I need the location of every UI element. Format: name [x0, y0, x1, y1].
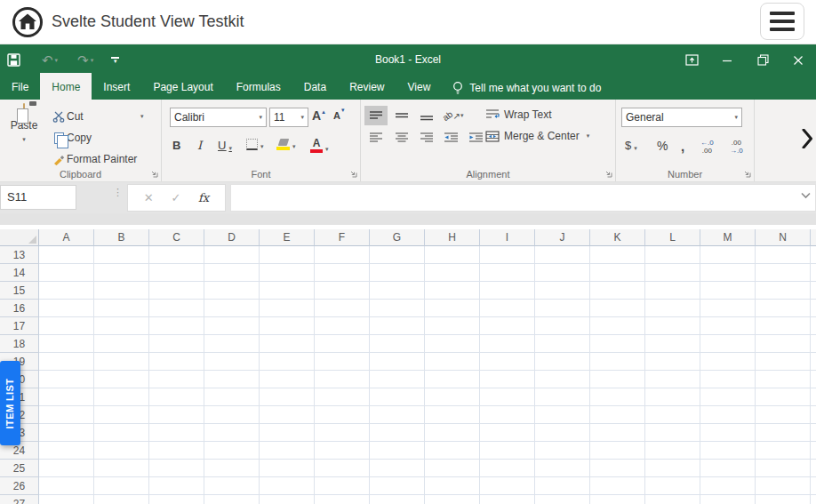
tab-formulas[interactable]: Formulas [225, 76, 292, 100]
cell-partial-18[interactable] [811, 335, 816, 353]
cell-H19[interactable] [425, 353, 480, 371]
cell-I27[interactable] [480, 495, 535, 504]
item-list-tab[interactable]: ITEM LIST [0, 361, 20, 445]
cell-F16[interactable] [315, 300, 370, 317]
cell-N22[interactable] [756, 406, 811, 424]
cell-L22[interactable] [645, 406, 700, 424]
increase-font-size-button[interactable]: A ▴ [312, 108, 324, 123]
cell-partial-15[interactable] [811, 282, 816, 300]
cell-J17[interactable] [535, 317, 590, 335]
cell-partial-24[interactable] [811, 442, 816, 460]
cell-K13[interactable] [590, 246, 645, 264]
cell-I18[interactable] [480, 335, 535, 353]
cell-partial-17[interactable] [811, 317, 816, 335]
cell-M21[interactable] [700, 388, 756, 406]
cell-F19[interactable] [315, 353, 370, 371]
insert-function-button[interactable]: fx [198, 191, 209, 204]
column-header-M[interactable]: M [700, 229, 756, 246]
cell-M20[interactable] [700, 371, 756, 388]
cell-E23[interactable] [260, 424, 315, 442]
cell-M23[interactable] [700, 424, 756, 442]
cell-C24[interactable] [149, 442, 204, 460]
row-header-13[interactable]: 13 [0, 246, 39, 264]
cell-H26[interactable] [425, 477, 480, 495]
cell-L19[interactable] [645, 353, 700, 371]
tab-file[interactable]: File [0, 76, 40, 100]
cell-N25[interactable] [756, 460, 811, 477]
cell-I20[interactable] [480, 371, 535, 388]
format-painter-button[interactable]: Format Painter [51, 148, 137, 170]
number-dialog-launcher[interactable] [743, 170, 751, 178]
cell-C23[interactable] [149, 424, 204, 442]
cell-F26[interactable] [315, 477, 370, 495]
increase-indent-button[interactable] [464, 127, 487, 147]
increase-decimal-button[interactable]: ←.0 .00 [700, 139, 714, 155]
cell-L15[interactable] [645, 282, 700, 300]
column-header-L[interactable]: L [645, 229, 700, 246]
cell-L24[interactable] [645, 442, 700, 460]
tab-insert[interactable]: Insert [92, 76, 141, 100]
cell-B18[interactable] [94, 335, 149, 353]
cell-K15[interactable] [590, 282, 645, 300]
ribbon-display-options-button[interactable] [674, 44, 709, 76]
cell-K16[interactable] [590, 300, 645, 317]
number-format-select[interactable]: General ▾ [621, 108, 742, 127]
cell-N24[interactable] [756, 442, 811, 460]
cell-G22[interactable] [370, 406, 425, 424]
cell-K17[interactable] [590, 317, 645, 335]
align-center-button[interactable] [390, 127, 413, 147]
cell-K23[interactable] [590, 424, 645, 442]
cell-M18[interactable] [700, 335, 756, 353]
fill-color-dropdown-icon[interactable]: ▾ [292, 143, 296, 150]
cell-A21[interactable] [39, 388, 94, 406]
cell-L16[interactable] [645, 300, 700, 317]
cell-M13[interactable] [700, 246, 756, 264]
column-header-C[interactable]: C [149, 229, 204, 246]
cell-I19[interactable] [480, 353, 535, 371]
home-button[interactable] [12, 6, 44, 38]
cell-I17[interactable] [480, 317, 535, 335]
column-header-F[interactable]: F [315, 229, 370, 246]
cell-J20[interactable] [535, 371, 590, 388]
cell-I22[interactable] [480, 406, 535, 424]
cell-B27[interactable] [94, 495, 149, 504]
column-header-N[interactable]: N [756, 229, 811, 246]
cell-J25[interactable] [535, 460, 590, 477]
align-left-button[interactable] [364, 127, 388, 147]
cell-D14[interactable] [204, 264, 260, 282]
cell-D24[interactable] [204, 442, 260, 460]
cell-I26[interactable] [480, 477, 535, 495]
tab-page-layout[interactable]: Page Layout [141, 76, 224, 100]
cell-B14[interactable] [94, 264, 149, 282]
cell-C16[interactable] [149, 300, 204, 317]
cell-D19[interactable] [204, 353, 260, 371]
cell-N20[interactable] [756, 371, 811, 388]
cell-I25[interactable] [480, 460, 535, 477]
cell-H25[interactable] [425, 460, 480, 477]
cell-N21[interactable] [756, 388, 811, 406]
cell-A22[interactable] [39, 406, 94, 424]
cell-D21[interactable] [204, 388, 260, 406]
decrease-indent-button[interactable] [439, 127, 462, 147]
cell-E20[interactable] [260, 371, 315, 388]
align-right-button[interactable] [415, 127, 438, 147]
cell-F13[interactable] [315, 246, 370, 264]
formula-input[interactable] [230, 184, 816, 212]
cell-N16[interactable] [756, 300, 811, 317]
cell-B25[interactable] [94, 460, 149, 477]
cell-J23[interactable] [535, 424, 590, 442]
cell-F18[interactable] [315, 335, 370, 353]
cell-J15[interactable] [535, 282, 590, 300]
cell-K18[interactable] [590, 335, 645, 353]
cell-D27[interactable] [204, 495, 260, 504]
cell-I21[interactable] [480, 388, 535, 406]
middle-align-button[interactable] [390, 106, 413, 125]
cell-H15[interactable] [425, 282, 480, 300]
cell-G25[interactable] [370, 460, 425, 477]
accounting-format-button[interactable]: $ ▾ [625, 139, 637, 152]
cell-J14[interactable] [535, 264, 590, 282]
cell-C19[interactable] [149, 353, 204, 371]
cell-G24[interactable] [370, 442, 425, 460]
cell-H17[interactable] [425, 317, 480, 335]
cell-D16[interactable] [204, 300, 260, 317]
